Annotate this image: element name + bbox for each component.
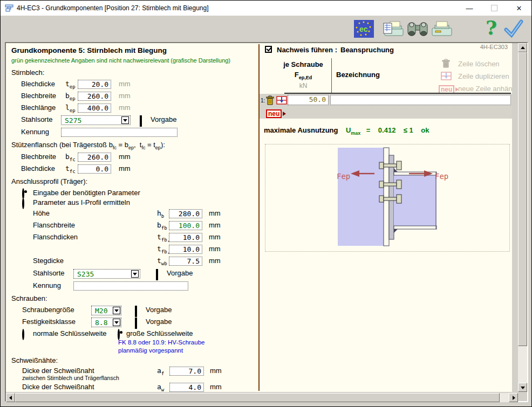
radio-normale-schluesselweite[interactable] bbox=[22, 329, 24, 340]
field-row-blechbreite-bep: Blechbreite bep 260.0 mm bbox=[6, 92, 258, 102]
print-list-button[interactable] bbox=[383, 21, 405, 38]
toolbar: ec ? bbox=[1, 16, 531, 42]
field-symbol: tfc bbox=[65, 164, 76, 174]
tfc-input[interactable]: 0.0 bbox=[78, 164, 111, 174]
aw-input[interactable]: 4.0 bbox=[169, 383, 204, 392]
nachweis-checkbox[interactable] bbox=[265, 46, 272, 53]
field-row-flanschdicke-tfbu: tfb,u 10.0 mm bbox=[6, 245, 258, 255]
hv-note-line1: FK 8.8 oder 10.9: HV-Schraube bbox=[118, 339, 204, 346]
trash-icon-disabled bbox=[442, 59, 450, 68]
scroll-right-button[interactable] bbox=[509, 393, 518, 402]
result-equals: = bbox=[366, 126, 371, 134]
append-row-button-active[interactable]: neu bbox=[266, 108, 286, 118]
vorgabe-checkbox[interactable] bbox=[156, 269, 158, 280]
result-condition: ≤ 1 bbox=[404, 126, 413, 134]
unit-label: mm bbox=[209, 257, 221, 265]
af-input[interactable]: 7.0 bbox=[169, 367, 204, 376]
field-row-stegdicke-twb: Stegdicke twb 7.5 mm bbox=[6, 257, 258, 267]
unit-label: mm bbox=[119, 164, 131, 173]
column-separator bbox=[331, 58, 332, 93]
result-value: 0.412 bbox=[378, 126, 396, 134]
print-button[interactable] bbox=[431, 21, 453, 38]
radio-label: Eingabe der benötigten Parameter bbox=[33, 189, 140, 197]
section-schweissnaehte: Schweißnähte: bbox=[11, 356, 58, 364]
chevron-down-icon[interactable] bbox=[113, 319, 120, 326]
field-label: Blechdicke bbox=[21, 164, 55, 173]
app-icon bbox=[5, 4, 15, 12]
result-symbol: Umax bbox=[346, 126, 360, 134]
field-symbol: af bbox=[157, 367, 164, 376]
row-index: 1: bbox=[261, 98, 265, 104]
confirm-ok-button[interactable] bbox=[504, 19, 523, 38]
app-window: 4H-EC3 - Grundkomponenten [Position 27: … bbox=[0, 0, 532, 407]
trash-icon[interactable] bbox=[266, 95, 274, 105]
vorgabe-checkbox[interactable] bbox=[140, 115, 142, 127]
radio-label: große Schlüsselweite bbox=[126, 329, 193, 337]
eurocode-ec-button[interactable]: ec bbox=[354, 20, 374, 38]
bfc-input[interactable]: 260.0 bbox=[78, 153, 111, 162]
chevron-down-icon[interactable] bbox=[131, 270, 139, 278]
result-ok: ok bbox=[421, 126, 429, 134]
stahlsorte-select-2[interactable]: S235 bbox=[73, 269, 140, 279]
vorgabe-checkbox[interactable] bbox=[135, 318, 137, 329]
field-label: Blechbreite bbox=[21, 92, 56, 100]
field-label: Blechlänge bbox=[21, 104, 56, 112]
field-row-blechdicke-tep: Blechdicke tep 20.0 mm bbox=[6, 80, 258, 90]
radio-row-iprofil: Parameter aus I-Profil ermitteln bbox=[6, 198, 258, 209]
connection-drawing: Fep Fep bbox=[265, 144, 508, 250]
field-label: Blechdicke bbox=[21, 80, 55, 88]
scroll-down-button[interactable] bbox=[518, 383, 527, 392]
svg-text:ec: ec bbox=[359, 25, 368, 33]
bezeichnung-input[interactable] bbox=[330, 95, 511, 105]
module-code: 4H-EC303 bbox=[480, 44, 508, 50]
field-row-hoehe-hb: Höhe hb 280.0 mm bbox=[6, 209, 258, 219]
field-row-schweissnaht-af: Dicke der Schweißnaht zwischen Stirnblec… bbox=[6, 367, 258, 384]
bep-input[interactable]: 260.0 bbox=[78, 92, 111, 101]
tfbu-input[interactable]: 10.0 bbox=[169, 245, 202, 254]
twb-input[interactable]: 7.5 bbox=[169, 257, 202, 266]
field-sublabel: zwischen Stirnblech und Trägerflansch bbox=[22, 375, 119, 381]
vertical-scroll-thumb[interactable] bbox=[518, 52, 527, 346]
radio-row-eingabe-parameter: Eingabe der benötigten Parameter bbox=[6, 189, 258, 199]
chevron-down-icon[interactable] bbox=[113, 307, 120, 314]
help-button[interactable]: ? bbox=[486, 16, 497, 39]
minimize-button[interactable]: — bbox=[457, 1, 482, 16]
nachweis-value: Beanspruchung bbox=[340, 46, 394, 54]
vorgabe-checkbox[interactable] bbox=[135, 306, 137, 317]
fep-ed-input[interactable]: 50.0 bbox=[288, 95, 329, 105]
radio-iprofil-ermitteln[interactable] bbox=[22, 198, 24, 209]
field-label: Blechbreite bbox=[21, 153, 56, 161]
field-symbol: tep bbox=[65, 80, 76, 89]
maximize-button[interactable] bbox=[482, 1, 507, 16]
section-stirnblech: Stirnblech: bbox=[11, 68, 44, 77]
delete-row-button[interactable] bbox=[442, 59, 450, 70]
horizontal-scroll-thumb[interactable] bbox=[15, 393, 500, 402]
bfb-input[interactable]: 100.0 bbox=[169, 221, 202, 230]
delete-row-label: Zeile löschen bbox=[458, 60, 500, 68]
scroll-up-button[interactable] bbox=[518, 43, 527, 52]
scroll-left-button[interactable] bbox=[6, 393, 15, 402]
duplicate-icon[interactable] bbox=[276, 96, 287, 105]
duplicate-row-button[interactable] bbox=[441, 72, 452, 82]
duplicate-row-label: Zeile duplizieren bbox=[458, 72, 509, 80]
kennung-input[interactable] bbox=[61, 128, 178, 137]
close-button[interactable]: ✕ bbox=[507, 1, 531, 16]
field-row-stahlsorte-1: Stahlsorte S275 Vorgabe bbox=[6, 115, 258, 126]
chevron-down-icon[interactable] bbox=[121, 116, 129, 124]
radio-label: Parameter aus I-Profil ermitteln bbox=[33, 198, 130, 206]
workspace: Grundkomponente 5: Stirnblech mit Biegun… bbox=[5, 42, 528, 402]
field-label: Stahlsorte bbox=[33, 269, 65, 277]
tep-input[interactable]: 20.0 bbox=[78, 80, 111, 89]
field-label: Dicke der Schweißnaht bbox=[22, 367, 94, 375]
search-binoculars-icon[interactable] bbox=[406, 20, 429, 38]
radio-grosse-schluesselweite[interactable] bbox=[118, 329, 120, 340]
lep-input[interactable]: 400.0 bbox=[78, 104, 111, 113]
kennung-input-2[interactable] bbox=[73, 281, 188, 291]
stahlsorte-select[interactable]: S275 bbox=[61, 115, 131, 125]
unit-label: mm bbox=[119, 92, 131, 100]
tfbo-input[interactable]: 10.0 bbox=[169, 233, 202, 242]
green-note: grün gekennzeichnete Angaben sind nicht … bbox=[11, 57, 230, 64]
page-title: Grundkomponente 5: Stirnblech mit Biegun… bbox=[11, 46, 167, 54]
force-label-left: Fep bbox=[337, 172, 350, 181]
hb-input[interactable]: 280.0 bbox=[169, 209, 202, 218]
